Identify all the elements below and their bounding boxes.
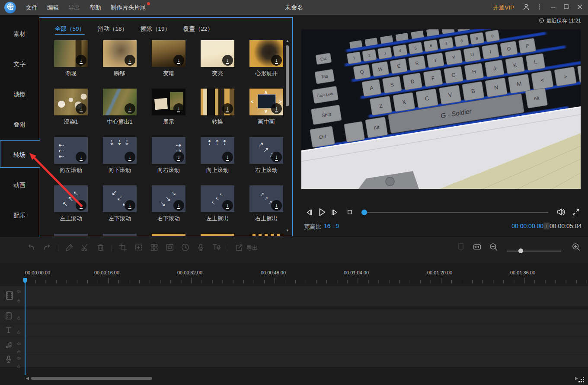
minimize-button[interactable] [546, 0, 559, 15]
download-icon[interactable]: ↓ [76, 103, 86, 114]
transition-thumbnail[interactable]: ⇡⇡⇡↓ [201, 137, 234, 164]
mute-track-icon[interactable] [16, 340, 21, 348]
transition-thumbnail[interactable]: ↓ [103, 89, 137, 115]
download-icon[interactable]: ↓ [125, 152, 135, 162]
transition-item[interactable]: ↓渐现 [54, 40, 88, 77]
export-button[interactable]: 导出 [235, 243, 258, 253]
scroll-left-icon[interactable] [26, 377, 29, 380]
record-voiceover-button[interactable] [196, 243, 205, 254]
redo-button[interactable] [42, 243, 51, 254]
transition-item[interactable]: ⇡⇡⇡↓左上滚动 [54, 185, 88, 223]
sidebar-item-overlays[interactable]: 叠附 [0, 120, 39, 129]
transition-thumbnail[interactable]: ⇠⇠⇠↓ [54, 137, 88, 164]
transition-thumbnail[interactable]: ⇣⇣⇣↓ [103, 137, 137, 164]
download-icon[interactable]: ↓ [76, 152, 86, 162]
transition-thumbnail[interactable]: ↓ [201, 89, 234, 115]
track-row-overlay[interactable] [0, 309, 588, 324]
download-icon[interactable]: ↓ [173, 55, 184, 66]
transition-tab[interactable]: 全部（59） [55, 25, 85, 35]
download-icon[interactable]: ↓ [125, 200, 135, 211]
download-icon[interactable]: ↓ [76, 55, 86, 66]
vip-button[interactable]: 开通VIP [493, 4, 514, 12]
volume-button[interactable] [556, 207, 566, 219]
menu-item[interactable]: 编辑 [42, 0, 64, 15]
sidebar-item-music[interactable]: 配乐 [0, 211, 39, 220]
transition-thumbnail[interactable]: ↓ [201, 40, 234, 67]
transition-item[interactable]: ⇣⇣⇣↓向下滚动 [103, 137, 137, 174]
delete-button[interactable] [96, 243, 105, 254]
resize-grip[interactable] [578, 376, 585, 382]
transition-item-partial[interactable] [249, 234, 283, 236]
download-icon[interactable]: ↓ [222, 103, 233, 114]
split-button[interactable] [80, 243, 89, 254]
transition-item[interactable]: ↓展示 [152, 89, 185, 126]
download-icon[interactable]: ↓ [173, 103, 184, 114]
transition-item[interactable]: ↓中心擦出1 [103, 89, 137, 126]
menu-item[interactable]: 制作片头片尾 [106, 0, 150, 15]
zoom-out-button[interactable] [489, 242, 498, 253]
transition-tab[interactable]: 擦除（19） [141, 25, 170, 35]
transition-item[interactable]: ↓变暗 [152, 40, 185, 77]
download-icon[interactable]: ↓ [125, 103, 135, 114]
transition-thumbnail[interactable]: ⇢⇢⇢↓ [152, 137, 185, 164]
mute-track-icon[interactable] [16, 355, 21, 363]
aspect-ratio-value[interactable]: 16 : 9 [324, 223, 339, 229]
sidebar-item-text[interactable]: 文字 [0, 60, 39, 68]
app-logo-icon[interactable] [4, 2, 16, 13]
fit-timeline-button[interactable] [473, 242, 482, 253]
scroll-right-icon[interactable] [575, 377, 578, 380]
edit-button[interactable] [65, 243, 74, 254]
sidebar-item-filters[interactable]: 滤镜 [0, 90, 39, 99]
mosaic-button[interactable] [150, 243, 159, 254]
transition-item[interactable]: ⇣⇣⇣↓右下滚动 [152, 185, 185, 223]
maximize-button[interactable] [559, 0, 573, 15]
play-button[interactable] [316, 207, 327, 219]
download-icon[interactable]: ↓ [222, 200, 233, 211]
download-icon[interactable]: ↓ [271, 200, 282, 211]
download-icon[interactable]: ↓ [222, 55, 233, 66]
download-icon[interactable]: ↓ [271, 55, 282, 66]
undo-button[interactable] [27, 243, 36, 254]
transition-item[interactable]: ⇡⇡⇡↓向上滚动 [201, 137, 234, 174]
preview-progress-handle[interactable] [361, 210, 367, 215]
lock-track-icon[interactable] [16, 363, 21, 370]
transition-tab[interactable]: 覆盖（22） [183, 25, 213, 35]
stop-button[interactable] [346, 208, 354, 218]
transition-thumbnail[interactable]: <>∧∨↓ [249, 89, 283, 115]
download-icon[interactable]: ↓ [76, 200, 86, 211]
transition-tab[interactable]: 滑动（18） [98, 25, 128, 35]
timeline-scrollbar[interactable] [31, 377, 152, 380]
download-icon[interactable]: ↓ [125, 55, 135, 66]
duration-button[interactable] [181, 243, 190, 254]
transition-thumbnail[interactable]: ↓ [152, 89, 185, 115]
transition-thumbnail[interactable]: ⇡⇡⇡↓ [249, 185, 283, 212]
download-icon[interactable]: ↓ [222, 152, 233, 162]
lock-track-icon[interactable] [16, 314, 21, 322]
transition-item-partial[interactable] [201, 234, 234, 236]
transition-thumbnail[interactable]: ⇡⇡⇡↓ [249, 137, 283, 164]
transition-thumbnail[interactable]: ⇣⇣⇣↓ [152, 185, 185, 212]
lock-track-icon[interactable] [16, 297, 21, 305]
more-menu-button[interactable] [533, 0, 546, 15]
track-row-text[interactable] [0, 324, 588, 338]
mute-track-icon[interactable] [16, 288, 21, 296]
transition-item[interactable]: ⇡⇡⇡↓左上擦出 [201, 185, 234, 223]
sidebar-item-materials[interactable]: 素材 [0, 29, 39, 38]
ruler-ticks[interactable] [0, 277, 588, 284]
close-button[interactable] [573, 0, 586, 15]
download-icon[interactable]: ↓ [271, 152, 282, 162]
preview-progress-bar[interactable] [361, 212, 548, 213]
previous-frame-button[interactable] [304, 208, 313, 219]
track-row-video[interactable] [0, 286, 588, 306]
next-frame-button[interactable] [331, 208, 340, 219]
transition-thumbnail[interactable]: ↓ [249, 40, 283, 67]
transition-thumbnail[interactable]: ↓ [103, 40, 137, 67]
marker-button[interactable] [457, 242, 465, 253]
sidebar-item-animation[interactable]: 动画 [0, 181, 39, 189]
download-icon[interactable]: ↓ [173, 200, 184, 211]
transition-item[interactable]: ↓浸染1 [54, 89, 88, 126]
fullscreen-button[interactable] [572, 208, 580, 218]
sidebar-item-transitions[interactable]: 转场 [0, 150, 39, 159]
transition-thumbnail[interactable]: ⇡⇡⇡↓ [201, 185, 234, 212]
timeline-zoom-knob[interactable] [518, 248, 523, 253]
